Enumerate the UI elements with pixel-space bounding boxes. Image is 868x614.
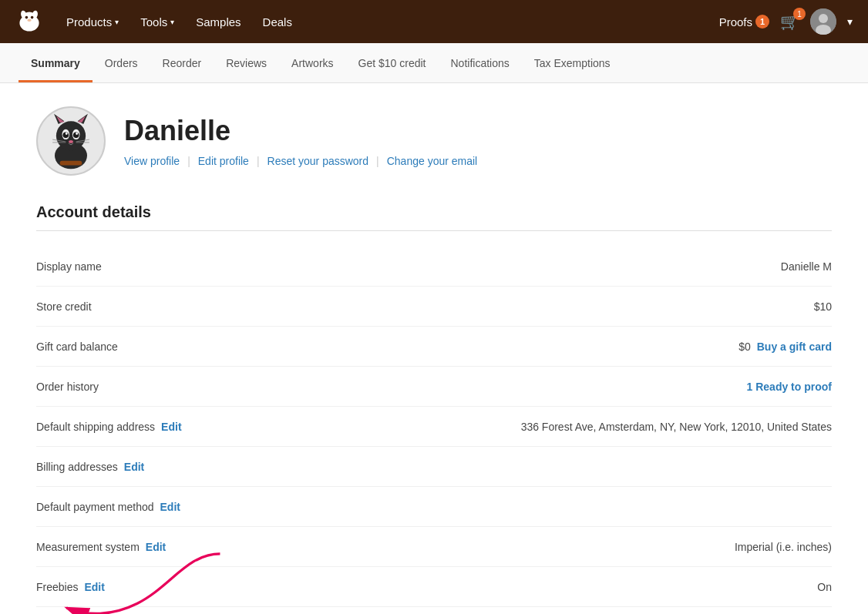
label-payment: Default payment method Edit bbox=[36, 501, 180, 513]
tab-summary[interactable]: Summary bbox=[19, 43, 93, 82]
profile-links: View profile | Edit profile | Reset your… bbox=[124, 155, 477, 167]
svg-rect-29 bbox=[60, 161, 82, 166]
svg-point-13 bbox=[56, 121, 86, 150]
tab-credit[interactable]: Get $10 credit bbox=[346, 43, 439, 82]
label-store-credit: Store credit bbox=[36, 300, 92, 313]
svg-point-6 bbox=[31, 16, 34, 19]
value-freebies: On bbox=[817, 581, 832, 593]
detail-row-measurement: Measurement system Edit Imperial (i.e. i… bbox=[36, 527, 832, 567]
label-measurement: Measurement system Edit bbox=[36, 541, 166, 553]
logo[interactable] bbox=[15, 8, 43, 35]
nav-links: Products ▾ Tools ▾ Samples Deals bbox=[57, 9, 719, 35]
svg-point-7 bbox=[27, 18, 31, 22]
profile-info: Danielle View profile | Edit profile | R… bbox=[124, 115, 477, 167]
section-divider bbox=[36, 230, 832, 231]
profile-name: Danielle bbox=[124, 115, 477, 147]
avatar bbox=[36, 106, 106, 176]
tab-notifications[interactable]: Notifications bbox=[439, 43, 522, 82]
label-order-history: Order history bbox=[36, 381, 99, 393]
profile-header: Danielle View profile | Edit profile | R… bbox=[36, 106, 832, 176]
detail-row-display-name: Display name Danielle M bbox=[36, 247, 832, 287]
edit-billing-link[interactable]: Edit bbox=[124, 461, 144, 473]
gift-card-amount: $0 bbox=[738, 341, 751, 353]
nav-tools[interactable]: Tools ▾ bbox=[131, 9, 183, 35]
label-gift-card: Gift card balance bbox=[36, 341, 118, 353]
nav-right: Proofs 1 🛒 1 ▾ bbox=[719, 8, 853, 35]
edit-profile-link[interactable]: Edit profile bbox=[198, 155, 249, 167]
value-order-history: 1 Ready to proof bbox=[747, 381, 832, 393]
main-content: Danielle View profile | Edit profile | R… bbox=[18, 83, 850, 614]
detail-row-billing: Billing addresses Edit bbox=[36, 447, 832, 487]
chevron-down-icon: ▾ bbox=[115, 18, 119, 26]
tab-reviews[interactable]: Reviews bbox=[214, 43, 279, 82]
label-shipping: Default shipping address Edit bbox=[36, 421, 182, 433]
change-email-link[interactable]: Change your email bbox=[387, 155, 478, 167]
proofs-button[interactable]: Proofs 1 bbox=[719, 15, 769, 29]
top-navigation: Products ▾ Tools ▾ Samples Deals Proofs … bbox=[0, 0, 868, 43]
svg-point-24 bbox=[69, 140, 73, 143]
link-separator: | bbox=[187, 155, 190, 167]
buy-gift-card-link[interactable]: Buy a gift card bbox=[757, 341, 832, 353]
account-details-section: Account details Display name Danielle M … bbox=[36, 203, 832, 607]
label-display-name: Display name bbox=[36, 260, 102, 273]
svg-point-9 bbox=[819, 14, 828, 23]
nav-deals[interactable]: Deals bbox=[254, 9, 301, 35]
detail-row-freebies: Freebies Edit On bbox=[36, 567, 832, 607]
detail-row-order-history: Order history 1 Ready to proof bbox=[36, 367, 832, 407]
value-store-credit: $10 bbox=[814, 300, 832, 313]
tab-orders[interactable]: Orders bbox=[93, 43, 150, 82]
label-freebies: Freebies Edit bbox=[36, 581, 105, 593]
edit-freebies-link[interactable]: Edit bbox=[84, 581, 104, 593]
tab-artworks[interactable]: Artworks bbox=[279, 43, 345, 82]
sub-navigation: Summary Orders Reorder Reviews Artworks … bbox=[0, 43, 868, 83]
detail-row-store-credit: Store credit $10 bbox=[36, 287, 832, 327]
value-measurement: Imperial (i.e. inches) bbox=[735, 541, 832, 553]
edit-measurement-link[interactable]: Edit bbox=[146, 541, 166, 553]
cart-icon[interactable]: 🛒 1 bbox=[780, 12, 799, 31]
svg-point-22 bbox=[66, 133, 68, 135]
svg-point-23 bbox=[76, 133, 78, 135]
ready-to-proof-link[interactable]: 1 Ready to proof bbox=[747, 381, 832, 393]
edit-shipping-link[interactable]: Edit bbox=[161, 421, 181, 433]
tab-reorder[interactable]: Reorder bbox=[150, 43, 214, 82]
user-menu[interactable] bbox=[810, 8, 836, 35]
reset-password-link[interactable]: Reset your password bbox=[267, 155, 369, 167]
value-gift-card: $0 Buy a gift card bbox=[738, 341, 832, 353]
svg-point-5 bbox=[25, 16, 29, 19]
detail-row-gift-card: Gift card balance $0 Buy a gift card bbox=[36, 327, 832, 367]
link-separator: | bbox=[376, 155, 379, 167]
nav-products[interactable]: Products ▾ bbox=[57, 9, 128, 35]
proofs-badge: 1 bbox=[755, 15, 769, 29]
cart-badge: 1 bbox=[793, 8, 806, 20]
value-display-name: Danielle M bbox=[781, 260, 832, 273]
nav-samples[interactable]: Samples bbox=[187, 9, 250, 35]
detail-row-payment: Default payment method Edit bbox=[36, 487, 832, 527]
detail-row-shipping: Default shipping address Edit 336 Forest… bbox=[36, 407, 832, 447]
edit-payment-link[interactable]: Edit bbox=[160, 501, 180, 513]
user-dropdown-chevron[interactable]: ▾ bbox=[847, 15, 853, 28]
tab-tax-exemptions[interactable]: Tax Exemptions bbox=[522, 43, 623, 82]
value-shipping: 336 Forest Ave, Amsterdam, NY, New York,… bbox=[521, 421, 832, 433]
link-separator: | bbox=[257, 155, 260, 167]
label-billing: Billing addresses Edit bbox=[36, 461, 144, 473]
view-profile-link[interactable]: View profile bbox=[124, 155, 180, 167]
chevron-down-icon: ▾ bbox=[170, 18, 174, 26]
account-details-title: Account details bbox=[36, 203, 832, 221]
